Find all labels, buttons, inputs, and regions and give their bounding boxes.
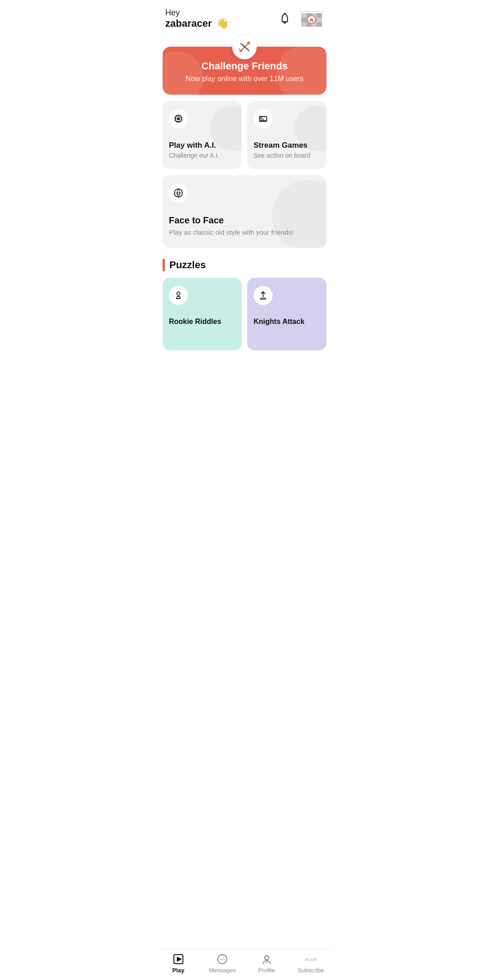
banner-deco-left [156,51,203,106]
section-accent [163,259,165,271]
svg-rect-9 [316,18,322,22]
play-ai-card[interactable]: Play with A.I. Challenge our A.I. [163,101,242,169]
svg-rect-6 [301,18,307,22]
swords-icon [238,41,251,53]
play-ai-subtitle: Challenge our A.I. [169,152,235,159]
cpu-icon-wrapper [169,109,188,128]
puzzle-pawn-icon [173,290,183,300]
card-full-deco [272,180,326,248]
knights-attack-card[interactable]: Knights Attack [247,278,326,350]
stream-games-card[interactable]: Stream Games See action on board [247,101,326,169]
svg-line-16 [322,11,324,13]
puzzles-section-header: Puzzles [163,259,326,271]
chess-logo[interactable] [299,10,324,29]
hey-label: Hey [165,8,229,18]
puzzles-section-title: Puzzles [169,259,206,271]
svg-rect-13 [316,22,322,27]
knights-attack-title: Knights Attack [254,318,320,326]
notification-bell-button[interactable] [277,11,293,27]
username: zabaracer [165,18,212,29]
chess-board-logo [299,10,324,29]
svg-rect-5 [316,13,322,18]
knight-icon-wrapper [254,286,273,305]
svg-rect-10 [301,22,307,27]
globe-icon-wrapper [169,183,188,203]
username-row: zabaracer 👋 [165,18,229,29]
header-actions [277,10,324,29]
bell-icon [279,13,291,25]
greeting: Hey zabaracer 👋 [165,8,229,29]
main-content: Challenge Friends Now play online with o… [156,47,333,386]
svg-rect-44 [260,298,266,299]
banner-deco-right [277,45,333,104]
cpu-icon [173,114,183,124]
feature-cards-row: Play with A.I. Challenge our A.I. Stream… [163,101,326,169]
svg-rect-24 [177,117,180,120]
svg-line-15 [299,11,301,13]
svg-rect-2 [301,13,307,18]
stream-games-subtitle: See action on board [254,152,320,159]
puzzle-cards-row: Rookie Riddles Knights Attack [163,278,326,350]
puzzle-icon-wrapper [169,286,188,305]
challenge-banner-icon [232,35,257,59]
header: Hey zabaracer 👋 [156,0,333,34]
wave-emoji: 👋 [216,18,229,29]
globe-icon [173,188,183,198]
svg-point-42 [177,292,180,295]
knight-upload-icon [258,290,268,300]
rookie-riddles-card[interactable]: Rookie Riddles [163,278,242,350]
face-to-face-card[interactable]: Face to Face Play as classic old style w… [163,175,326,248]
cast-icon-wrapper [254,109,273,128]
challenge-friends-banner[interactable]: Challenge Friends Now play online with o… [163,47,326,95]
rookie-riddles-title: Rookie Riddles [169,318,235,326]
cast-icon [258,114,268,124]
